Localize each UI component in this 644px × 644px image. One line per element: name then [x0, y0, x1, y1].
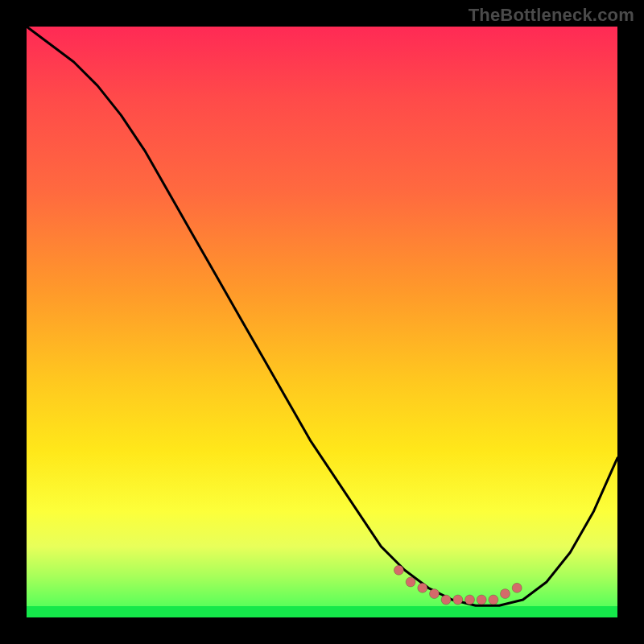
optimal-dot	[430, 589, 440, 599]
optimal-dot	[453, 595, 463, 605]
optimal-dot	[489, 595, 498, 605]
watermark-text: TheBottleneck.com	[469, 5, 634, 26]
optimal-dot	[465, 595, 475, 605]
bottleneck-curve-line	[27, 27, 617, 605]
optimal-dot	[441, 595, 451, 605]
optimal-dot	[394, 565, 403, 575]
optimal-dot	[418, 583, 427, 592]
chart-svg	[27, 27, 617, 617]
plot-area	[27, 27, 617, 617]
optimal-range-dots	[394, 565, 522, 605]
optimal-dot	[406, 577, 415, 587]
optimal-dot	[477, 595, 486, 605]
optimal-dot	[512, 583, 522, 592]
chart-frame: TheBottleneck.com	[0, 0, 644, 644]
optimal-dot	[501, 589, 510, 599]
